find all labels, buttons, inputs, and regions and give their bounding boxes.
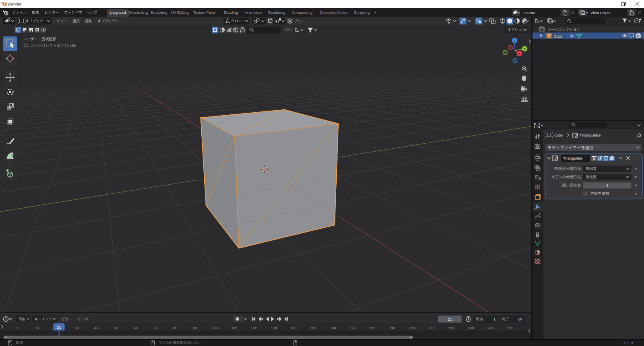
svg-text:160: 160 bbox=[330, 326, 336, 330]
svg-text:Layout: Layout bbox=[109, 10, 127, 15]
svg-text:Triangulate: Triangulate bbox=[579, 133, 601, 137]
svg-text:240: 240 bbox=[488, 326, 494, 330]
svg-text:Scripting: Scripting bbox=[354, 10, 370, 15]
svg-text:140: 140 bbox=[291, 326, 297, 330]
svg-text:150: 150 bbox=[310, 326, 317, 330]
svg-text:Cube: Cube bbox=[554, 133, 563, 137]
svg-text:50: 50 bbox=[518, 317, 522, 321]
svg-text:Animation: Animation bbox=[245, 10, 262, 15]
svg-text:Compositing: Compositing bbox=[292, 10, 313, 15]
svg-text:230: 230 bbox=[468, 326, 474, 330]
svg-text:Modeling: Modeling bbox=[129, 10, 148, 15]
svg-text:50: 50 bbox=[114, 326, 118, 330]
svg-text:110: 110 bbox=[231, 326, 237, 330]
svg-text:21: 21 bbox=[448, 318, 452, 322]
svg-text:Z: Z bbox=[514, 39, 516, 43]
svg-text:Sculpting: Sculpting bbox=[151, 10, 168, 15]
svg-text:60: 60 bbox=[134, 326, 138, 330]
svg-text:120: 120 bbox=[251, 326, 257, 330]
svg-text:Y: Y bbox=[524, 47, 526, 51]
svg-text:1: 1 bbox=[493, 317, 496, 321]
svg-text:0: 0 bbox=[17, 326, 19, 330]
svg-text:100: 100 bbox=[212, 326, 218, 330]
svg-text:30: 30 bbox=[75, 326, 79, 330]
svg-text:Geometry Nodes: Geometry Nodes bbox=[320, 10, 348, 15]
svg-text:220: 220 bbox=[448, 326, 454, 330]
svg-text:70: 70 bbox=[153, 326, 158, 330]
svg-text:80: 80 bbox=[173, 326, 177, 330]
svg-text:250: 250 bbox=[507, 326, 514, 330]
svg-text:190: 190 bbox=[389, 326, 395, 330]
svg-text:Blender: Blender bbox=[8, 2, 21, 6]
svg-text:Rendering: Rendering bbox=[268, 10, 286, 15]
svg-text:200: 200 bbox=[409, 326, 415, 330]
svg-text:Cube: Cube bbox=[554, 34, 562, 39]
svg-text:3.1.0: 3.1.0 bbox=[623, 341, 633, 345]
svg-text:Triangulate: Triangulate bbox=[563, 156, 582, 160]
svg-text:4: 4 bbox=[606, 183, 608, 188]
svg-text:Texture Paint: Texture Paint bbox=[193, 10, 215, 15]
svg-text:180: 180 bbox=[369, 326, 376, 330]
svg-text:UV Editing: UV Editing bbox=[171, 10, 189, 15]
svg-text:+: + bbox=[374, 10, 377, 15]
svg-text:130: 130 bbox=[271, 326, 277, 330]
svg-text:210: 210 bbox=[428, 326, 435, 330]
svg-text:10: 10 bbox=[35, 326, 39, 330]
svg-text:21: 21 bbox=[57, 325, 61, 330]
svg-text:View Layer: View Layer bbox=[590, 11, 610, 15]
svg-text:40: 40 bbox=[94, 326, 99, 330]
svg-text:170: 170 bbox=[350, 326, 356, 330]
svg-text:X: X bbox=[518, 52, 521, 56]
svg-text:Shading: Shading bbox=[224, 10, 238, 15]
svg-text:90: 90 bbox=[193, 326, 197, 330]
svg-text:Scene: Scene bbox=[524, 11, 535, 15]
